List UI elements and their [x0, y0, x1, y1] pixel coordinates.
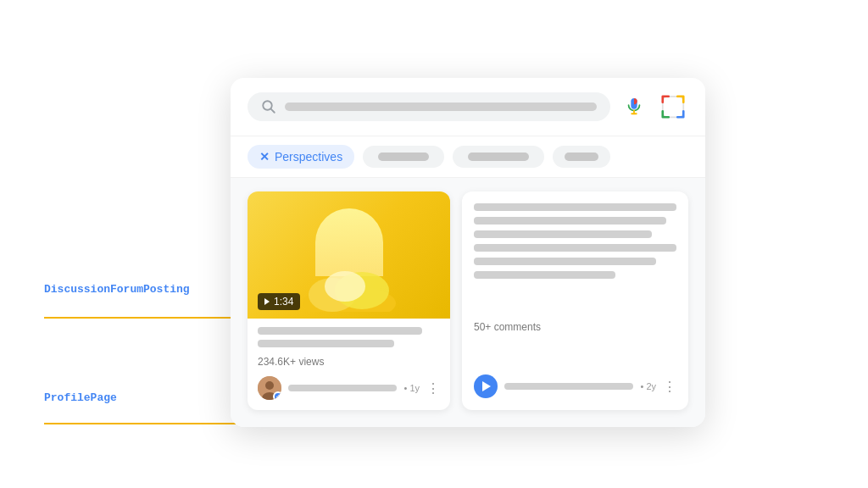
- text-line-6: [474, 271, 615, 279]
- video-thumbnail: 1:34: [248, 191, 450, 319]
- mic-button[interactable]: [619, 92, 649, 122]
- title-bar-2: [258, 340, 394, 347]
- video-duration-badge: 1:34: [258, 293, 300, 310]
- search-placeholder-bar: [285, 103, 597, 111]
- svg-point-10: [265, 381, 274, 390]
- svg-line-1: [271, 109, 275, 113]
- forum-author-row: • 2y ⋮: [474, 374, 676, 398]
- annotation-discussion: DiscussionForumPosting: [44, 283, 190, 296]
- text-line-4: [474, 244, 676, 252]
- video-duration: 1:34: [274, 296, 293, 308]
- tab-4-bar: [565, 152, 598, 161]
- play-icon: [264, 298, 270, 305]
- tab-perspectives[interactable]: ✕ Perspectives: [248, 145, 354, 169]
- video-author-row: ✓ • 1y ⋮: [258, 376, 440, 400]
- content-area: 1:34 234.6K+ views: [231, 178, 705, 427]
- close-icon: ✕: [259, 150, 270, 164]
- svg-point-8: [325, 271, 365, 302]
- browser-card: ✕ Perspectives: [231, 78, 705, 427]
- search-icon: [261, 99, 276, 114]
- lens-button[interactable]: [658, 92, 688, 122]
- search-bar-row: [231, 78, 705, 136]
- forum-author-name-bar: [504, 383, 633, 390]
- cloud-graphic: [298, 265, 400, 312]
- video-card[interactable]: 1:34 234.6K+ views: [248, 191, 450, 410]
- page-wrapper: DiscussionForumPosting ProfilePage: [0, 0, 868, 488]
- forum-comments: 50+ comments: [474, 321, 676, 333]
- author-name-bar: [288, 385, 397, 391]
- video-more-button[interactable]: ⋮: [426, 380, 440, 396]
- text-line-1: [474, 203, 676, 211]
- forum-card[interactable]: 50+ comments • 2y ⋮: [462, 191, 688, 410]
- forum-text-area: [474, 203, 676, 279]
- annotation-profile: ProfilePage: [44, 391, 117, 404]
- tab-3-bar: [468, 152, 529, 161]
- author-avatar: ✓: [258, 376, 281, 400]
- tab-3[interactable]: [453, 146, 544, 168]
- verified-badge: ✓: [273, 391, 281, 400]
- video-author-time: • 1y: [403, 383, 420, 393]
- video-info: 234.6K+ views ✓: [248, 319, 450, 410]
- lens-icon: [661, 95, 685, 119]
- tabs-row: ✕ Perspectives: [231, 136, 705, 178]
- search-input-wrapper[interactable]: [248, 92, 610, 121]
- mic-icon: [625, 97, 643, 116]
- forum-author-avatar: [474, 374, 498, 398]
- forum-author-time: • 2y: [640, 381, 656, 391]
- video-views: 234.6K+ views: [258, 356, 440, 368]
- svg-rect-4: [663, 97, 684, 118]
- text-line-2: [474, 217, 666, 225]
- text-line-5: [474, 258, 656, 265]
- tab-2-bar: [378, 152, 429, 161]
- tab-perspectives-label: Perspectives: [275, 150, 342, 164]
- video-title-area: [258, 327, 440, 347]
- tab-4[interactable]: [553, 146, 610, 168]
- title-bar-1: [258, 327, 422, 335]
- text-line-3: [474, 230, 652, 238]
- tab-2[interactable]: [363, 146, 444, 168]
- forum-more-button[interactable]: ⋮: [663, 379, 676, 395]
- play-avatar-icon: [482, 381, 491, 391]
